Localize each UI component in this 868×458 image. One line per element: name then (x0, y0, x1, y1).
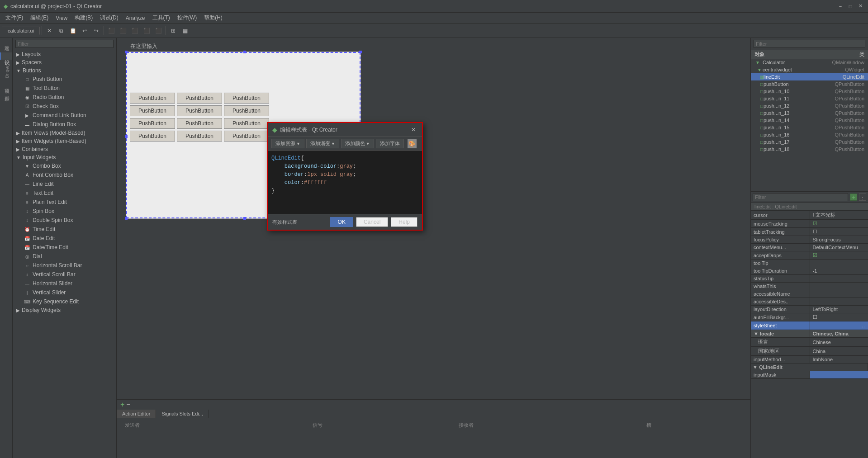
canvas-push-btn-1-1[interactable]: PushButton (177, 105, 222, 116)
tab-debug[interactable]: Debug (0, 60, 12, 81)
canvas-push-btn-3-0[interactable]: PushButton (130, 131, 175, 142)
item-datetime-edit[interactable]: 📅 Date/Time Edit (13, 243, 116, 252)
grid-button[interactable]: ⊞ (168, 25, 179, 36)
group-display-widgets-header[interactable]: ▶ Display Widgets (13, 306, 116, 314)
prop-country-value[interactable]: China (810, 347, 868, 356)
item-font-combo-box[interactable]: A Font Combo Box (13, 170, 116, 179)
canvas-push-btn-1-0[interactable]: PushButton (130, 105, 175, 116)
paste-button[interactable]: 📋 (67, 25, 78, 36)
prop-focus-policy-value[interactable]: StrongFocus (810, 236, 868, 244)
menu-widgets[interactable]: 控件(W) (174, 13, 200, 23)
widget-filter-input[interactable] (15, 40, 114, 48)
group-spacers-header[interactable]: ▶ Spacers (13, 58, 116, 66)
prop-locale-value[interactable]: Chinese, China (810, 330, 868, 338)
tab-project[interactable]: 项目 (0, 81, 12, 89)
props-filter-input[interactable] (753, 193, 848, 201)
menu-edit[interactable]: 编辑(E) (27, 13, 52, 23)
canvas-push-btn-2-2[interactable]: PushButton (224, 118, 269, 129)
obj-push18[interactable]: □ push...n_18 QPushButton (751, 146, 868, 153)
group-containers-header[interactable]: ▶ Containers (13, 145, 116, 153)
item-combo-box[interactable]: ▼ Combo Box (13, 161, 116, 170)
item-h-slider[interactable]: — Horizontal Slider (13, 279, 116, 288)
menu-tools[interactable]: 工具(T) (149, 13, 174, 23)
item-dial[interactable]: ◎ Dial (13, 252, 116, 261)
prop-language-value[interactable]: Chinese (810, 338, 868, 347)
align-bottom-button[interactable]: ⬛ (153, 25, 164, 36)
props-options-button[interactable]: ⋮ (859, 194, 866, 201)
item-v-slider[interactable]: | Vertical Slider (13, 288, 116, 297)
prop-mouse-tracking-value[interactable]: ☑ (810, 220, 868, 228)
menu-debug[interactable]: 调试(D) (96, 13, 122, 23)
stylesheet-browse-button[interactable]: … (860, 323, 865, 328)
obj-push12[interactable]: □ push...n_12 QPushButton (751, 102, 868, 109)
obj-push16[interactable]: □ push...n_16 QPushButton (751, 131, 868, 138)
canvas-push-btn-3-2[interactable]: PushButton (224, 131, 269, 142)
align-left-button[interactable]: ⬛ (106, 25, 117, 36)
prop-layout-direction-value[interactable]: LeftToRight (810, 306, 868, 313)
item-text-edit[interactable]: ≡ Text Edit (13, 189, 116, 198)
canvas-push-btn-0-1[interactable]: PushButton (177, 93, 222, 104)
prop-accessible-name-value[interactable] (810, 290, 868, 298)
designer-canvas[interactable]: PushButton PushButton PushButton PushBut… (126, 52, 361, 219)
obj-push15[interactable]: □ push...n_15 QPushButton (751, 124, 868, 131)
align-center-button[interactable]: ⬛ (118, 25, 128, 36)
canvas-push-btn-2-0[interactable]: PushButton (130, 118, 175, 129)
group-buttons-header[interactable]: ▼ Buttons (13, 66, 116, 75)
item-radio-button[interactable]: ◉ Radio Button (13, 93, 116, 102)
prop-whats-this-value[interactable] (810, 283, 868, 290)
prop-input-mask-value[interactable] (810, 371, 868, 379)
item-plain-text-edit[interactable]: ≡ Plain Text Edit (13, 198, 116, 207)
object-filter-input[interactable] (754, 40, 865, 48)
prop-autofill-bg-value[interactable]: ☐ (810, 313, 868, 321)
obj-push14[interactable]: □ push...n_14 QPushButton (751, 117, 868, 124)
prop-accept-drops-value[interactable]: ☑ (810, 251, 868, 260)
prop-tooltip-value[interactable] (810, 260, 868, 267)
tab-help[interactable]: 帮助 (0, 89, 12, 96)
copy-button[interactable]: ⧉ (56, 25, 66, 36)
menu-file[interactable]: 文件(F) (2, 13, 27, 23)
maximize-button[interactable]: □ (846, 2, 854, 10)
canvas-push-btn-2-1[interactable]: PushButton (177, 118, 222, 129)
item-v-scrollbar[interactable]: ↕ Vertical Scroll Bar (13, 270, 116, 279)
prop-tooltip-duration-value[interactable]: -1 (810, 267, 868, 275)
minimize-button[interactable]: − (836, 2, 844, 10)
file-tab[interactable]: calculator.ui (2, 27, 40, 35)
align-right-button[interactable]: ⬛ (129, 25, 140, 36)
group-item-views-header[interactable]: ▶ Item Views (Model-Based) (13, 129, 116, 137)
canvas-push-btn-3-1[interactable]: PushButton (177, 131, 222, 142)
tab-action-editor[interactable]: Action Editor (117, 410, 156, 418)
props-add-button[interactable]: + (850, 194, 857, 201)
item-push-button[interactable]: □ Push Button (13, 75, 116, 84)
item-key-sequence-edit[interactable]: ⌨ Key Sequence Edit (13, 297, 116, 306)
item-check-box[interactable]: ☑ Check Box (13, 102, 116, 111)
group-input-widgets-header[interactable]: ▼ Input Widgets (13, 153, 116, 161)
form-button[interactable]: ▦ (180, 25, 190, 36)
tab-edit[interactable]: 编辑 (0, 45, 12, 52)
canvas-push-btn-1-2[interactable]: PushButton (224, 105, 269, 116)
obj-lineedit[interactable]: ▦ lineEdit QLineEdit (751, 73, 868, 80)
obj-centralwidget[interactable]: ▼ centralwidget QWidget (751, 66, 868, 73)
close-button[interactable]: ✕ (856, 2, 864, 10)
menu-analyze[interactable]: Analyze (122, 14, 149, 22)
prop-accessible-desc-value[interactable] (810, 298, 868, 306)
item-time-edit[interactable]: ⏰ Time Edit (13, 225, 116, 234)
prop-context-menu-value[interactable]: DefaultContextMenu (810, 244, 868, 251)
obj-push17[interactable]: □ push...n_17 QPushButton (751, 138, 868, 146)
prop-cursor-value[interactable]: I 文本光标 (810, 211, 868, 220)
item-date-edit[interactable]: 📅 Date Edit (13, 234, 116, 243)
prop-tablet-tracking-value[interactable]: ☐ (810, 228, 868, 236)
group-item-widgets-header[interactable]: ▶ Item Widgets (Item-Based) (13, 137, 116, 145)
menu-build[interactable]: 构建(B) (71, 13, 96, 23)
item-double-spin-box[interactable]: ↕ Double Spin Box (13, 216, 116, 225)
close-file-button[interactable]: ✕ (44, 25, 55, 36)
tab-welcome[interactable]: 欢迎 (0, 38, 12, 45)
prop-input-method-value[interactable]: ImhNone (810, 356, 868, 364)
remove-connection-button[interactable]: − (126, 401, 130, 409)
prop-stylesheet-value[interactable]: … (810, 321, 868, 330)
obj-push10[interactable]: □ push...n_10 QPushButton (751, 88, 868, 95)
stylesheet-input[interactable] (813, 322, 859, 329)
tab-signals-slots[interactable]: Signals Slots Edi... (156, 410, 209, 418)
item-tool-button[interactable]: ▦ Tool Button (13, 84, 116, 93)
item-line-edit[interactable]: — Line Edit (13, 179, 116, 189)
align-top-button[interactable]: ⬛ (141, 25, 152, 36)
